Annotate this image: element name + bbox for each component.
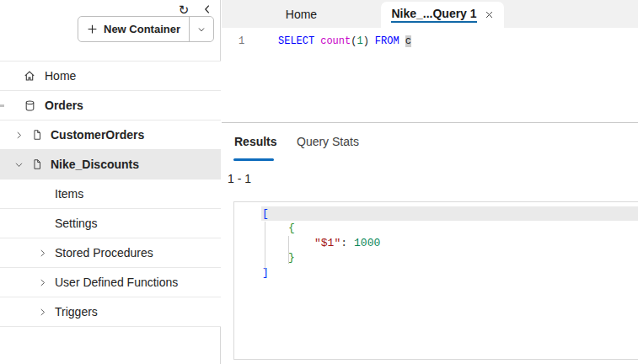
clipped-chevron-fragment: [0, 104, 4, 107]
sidebar-item-items[interactable]: Items: [0, 179, 221, 209]
sql-number: 1: [357, 35, 362, 47]
json-brace: {: [288, 222, 295, 234]
query-editor[interactable]: 1 SELECTcount(1)FROMc: [222, 28, 638, 122]
line-number: 1: [239, 35, 244, 47]
new-container-label: New Container: [104, 23, 180, 35]
collapse-left-icon: [201, 3, 213, 15]
active-tab-indicator: [233, 158, 274, 161]
chevron-right-icon[interactable]: [37, 308, 47, 317]
refresh-icon: ↻: [179, 3, 190, 16]
sidebar-item-label: Settings: [55, 217, 98, 230]
chevron-right-icon[interactable]: [37, 278, 47, 287]
sidebar-item-settings[interactable]: Settings: [0, 209, 221, 238]
json-line: {: [234, 221, 638, 235]
sql-keyword: SELECT: [278, 35, 314, 47]
chevron-down-icon: [196, 24, 206, 35]
tab-results[interactable]: Results: [234, 135, 277, 148]
sidebar-item-label: Stored Procedures: [55, 246, 153, 260]
document-icon: [30, 129, 44, 141]
query-text[interactable]: SELECTcount(1)FROMc: [278, 35, 411, 47]
tab-bar: Home Nike_...Query 1: [222, 0, 638, 28]
sidebar-item-label: CustomerOrders: [51, 128, 144, 142]
sidebar-item-label: Nike_Discounts: [51, 158, 139, 171]
json-line: }: [234, 250, 638, 265]
tab-home-label: Home: [286, 8, 317, 21]
indent-guide: [265, 222, 265, 270]
json-brace: }: [288, 251, 295, 264]
chevron-right-icon[interactable]: [37, 249, 47, 258]
collapse-sidebar-button[interactable]: [198, 1, 217, 18]
result-range-label: 1 - 1: [228, 172, 251, 185]
sidebar-item-label: Items: [55, 187, 83, 201]
sidebar-item-label: Orders: [45, 99, 83, 112]
sidebar-item-customerorders[interactable]: CustomerOrders: [0, 120, 221, 150]
sidebar-item-label: Home: [45, 69, 76, 83]
sql-function: count: [320, 35, 351, 47]
resource-tree: Home Orders CustomerOrders: [0, 61, 221, 327]
json-value: 1000: [354, 237, 380, 249]
chevron-right-icon[interactable]: [13, 131, 24, 140]
sidebar-item-nike-discounts[interactable]: Nike_Discounts: [0, 150, 221, 179]
sidebar-item-orders[interactable]: Orders: [0, 91, 221, 120]
json-line: "$1":1000: [234, 236, 638, 250]
sidebar-item-user-defined-functions[interactable]: User Defined Functions: [0, 268, 221, 297]
editor-results-divider[interactable]: [222, 122, 638, 123]
tab-query-label: Nike_...Query 1: [391, 7, 476, 23]
json-results-viewer[interactable]: [ { "$1":1000 } ]: [233, 201, 638, 360]
sidebar: ↻ New Container Home: [0, 0, 221, 364]
json-line: [: [234, 206, 638, 221]
sidebar-item-stored-procedures[interactable]: Stored Procedures: [0, 238, 221, 268]
new-container-split-button: New Container: [78, 16, 214, 42]
json-bracket: [: [262, 207, 269, 220]
sidebar-item-home[interactable]: Home: [0, 62, 221, 91]
tab-home[interactable]: Home: [222, 0, 381, 28]
sidebar-item-label: Triggers: [55, 305, 98, 318]
sql-paren: ): [363, 35, 369, 47]
chevron-down-icon[interactable]: [13, 160, 24, 169]
refresh-button[interactable]: ↻: [174, 1, 193, 18]
home-icon: [23, 69, 36, 83]
sidebar-item-triggers[interactable]: Triggers: [0, 297, 221, 327]
new-container-dropdown-button[interactable]: [189, 17, 213, 41]
tab-query-active[interactable]: Nike_...Query 1: [381, 2, 504, 28]
plus-icon: [87, 24, 98, 35]
sidebar-item-label: User Defined Functions: [55, 276, 178, 289]
new-container-button[interactable]: New Container: [78, 17, 189, 41]
indent-guide: [288, 236, 289, 264]
sql-keyword: FROM: [375, 35, 399, 47]
json-line: ]: [234, 265, 638, 280]
document-icon: [30, 158, 44, 170]
sql-alias-cursor: c: [405, 35, 411, 47]
close-icon[interactable]: [485, 10, 494, 19]
container-icon: [23, 99, 36, 112]
json-colon: :: [340, 237, 347, 249]
tab-query-stats[interactable]: Query Stats: [297, 135, 359, 148]
json-key: "$1": [314, 237, 340, 249]
